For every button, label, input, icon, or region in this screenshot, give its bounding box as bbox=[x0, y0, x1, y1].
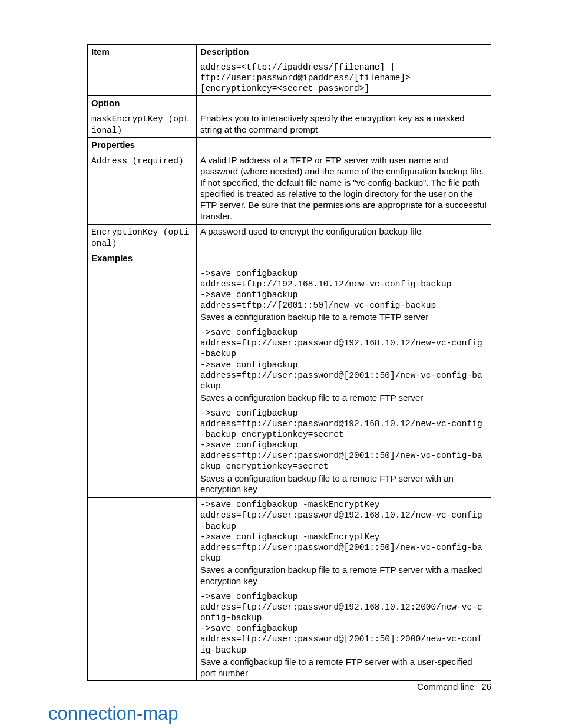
desc-cell: A password used to encrypt the configura… bbox=[197, 224, 491, 251]
item-cell-empty bbox=[88, 325, 197, 406]
table-row: ->save configbackup address=ftp://user:p… bbox=[88, 325, 491, 406]
example-cell: ->save configbackup address=ftp://user:p… bbox=[197, 325, 491, 406]
item-cell-empty bbox=[88, 498, 197, 589]
desc-cell: Enables you to interactively specify the… bbox=[197, 111, 491, 138]
example-caption: Save a configbackup file to a remote FTP… bbox=[200, 657, 487, 679]
example-code: ->save configbackup address=tftp://192.1… bbox=[200, 268, 487, 311]
header-description: Description bbox=[197, 45, 491, 60]
example-caption: Saves a configuration backup file to a r… bbox=[200, 393, 487, 404]
section-label-option: Option bbox=[88, 96, 197, 111]
footer-page-number: 26 bbox=[481, 681, 491, 691]
desc-cell: A valid IP address of a TFTP or FTP serv… bbox=[197, 153, 491, 224]
table-row: ->save configbackup address=tftp://192.1… bbox=[88, 266, 491, 325]
section-heading: connection-map bbox=[48, 703, 491, 724]
item-code: EncryptionKey (optional) bbox=[91, 228, 189, 248]
section-empty bbox=[197, 96, 491, 111]
table-row: Address (required) A valid IP address of… bbox=[88, 153, 491, 224]
item-cell-empty bbox=[88, 406, 197, 498]
item-cell-empty bbox=[88, 266, 197, 325]
reference-table: Item Description address=<tftp://ipaddre… bbox=[87, 44, 491, 681]
example-code: ->save configbackup address=ftp://user:p… bbox=[200, 591, 487, 655]
table-row: ->save configbackup address=ftp://user:p… bbox=[88, 406, 491, 498]
item-code: maskEncryptKey (optional) bbox=[91, 114, 189, 135]
item-cell: maskEncryptKey (optional) bbox=[88, 111, 197, 138]
footer-label: Command line bbox=[417, 681, 474, 691]
section-empty bbox=[197, 138, 491, 153]
example-cell: ->save configbackup -maskEncryptKey addr… bbox=[197, 498, 491, 589]
table-row: ->save configbackup address=ftp://user:p… bbox=[88, 589, 491, 681]
header-item: Item bbox=[88, 45, 197, 60]
table-row: maskEncryptKey (optional) Enables you to… bbox=[88, 111, 491, 138]
example-code: ->save configbackup address=ftp://user:p… bbox=[200, 327, 487, 391]
syntax-code: address=<tftp://ipaddress/[filename] | f… bbox=[200, 62, 487, 94]
section-row-properties: Properties bbox=[88, 138, 491, 153]
item-cell: EncryptionKey (optional) bbox=[88, 224, 197, 251]
example-code: ->save configbackup -maskEncryptKey addr… bbox=[200, 499, 487, 564]
item-cell: Address (required) bbox=[88, 153, 197, 224]
item-cell-empty bbox=[88, 60, 197, 95]
item-cell-empty bbox=[88, 589, 197, 681]
section-empty bbox=[197, 251, 491, 266]
table-row: address=<tftp://ipaddress/[filename] | f… bbox=[88, 60, 491, 95]
syntax-cell: address=<tftp://ipaddress/[filename] | f… bbox=[197, 60, 491, 95]
table-row: ->save configbackup -maskEncryptKey addr… bbox=[88, 498, 491, 589]
example-cell: ->save configbackup address=ftp://user:p… bbox=[197, 589, 491, 681]
item-code: Address (required) bbox=[91, 156, 184, 166]
example-cell: ->save configbackup address=ftp://user:p… bbox=[197, 406, 491, 498]
section-row-option: Option bbox=[88, 96, 491, 111]
section-label-properties: Properties bbox=[88, 138, 197, 153]
example-caption: Saves a configuration backup file to a r… bbox=[200, 312, 487, 323]
page-footer: Command line 26 bbox=[417, 681, 491, 691]
example-caption: Saves a configuration backup file to a r… bbox=[200, 565, 487, 587]
table-row: EncryptionKey (optional) A password used… bbox=[88, 224, 491, 251]
example-caption: Saves a configuration backup file to a r… bbox=[200, 473, 487, 496]
example-code: ->save configbackup address=ftp://user:p… bbox=[200, 408, 487, 472]
section-row-examples: Examples bbox=[88, 251, 491, 266]
section-label-examples: Examples bbox=[88, 251, 197, 266]
example-cell: ->save configbackup address=tftp://192.1… bbox=[197, 266, 491, 325]
table-header-row: Item Description bbox=[88, 45, 491, 60]
